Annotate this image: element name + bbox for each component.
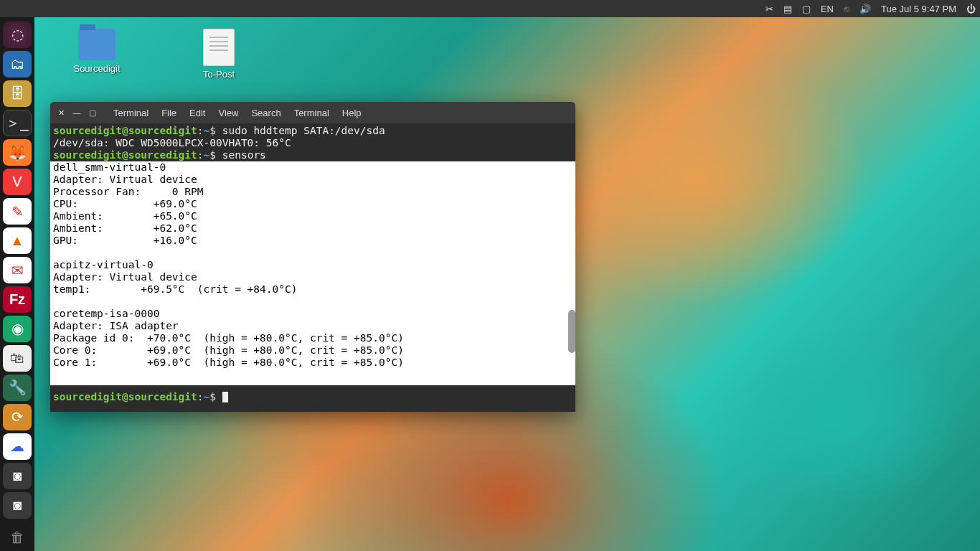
files-icon[interactable]: 🗂 (3, 51, 32, 77)
sensor-line: temp1: +69.5°C (crit = +84.0°C) (53, 283, 297, 295)
terminal-titlebar[interactable]: ✕ — ▢ Terminal File Edit View Search Ter… (50, 102, 575, 123)
command-1: sudo hddtemp SATA:/dev/sda (222, 125, 385, 136)
sync-icon[interactable]: ⟳ (3, 404, 32, 430)
settings-icon[interactable]: 🔧 (3, 375, 32, 401)
scissors-icon[interactable]: ✂ (765, 4, 773, 14)
sensor-line: CPU: +69.0°C (53, 198, 197, 209)
menu-search[interactable]: Search (248, 108, 283, 118)
terminal-menubar: Terminal File Edit View Search Terminal … (110, 108, 364, 118)
prompt-user: sourcedigit@sourcedigit (53, 125, 197, 136)
keyboard-lang-indicator[interactable]: EN (821, 4, 834, 14)
sensor-adapter: Adapter: Virtual device (53, 174, 197, 185)
desktop-icon-label: Sourcedigit (73, 63, 120, 74)
prompt-path: ~ (204, 149, 210, 161)
scrollbar-thumb[interactable] (568, 310, 575, 353)
sensor-block-name: coretemp-isa-0000 (53, 308, 159, 319)
menu-file[interactable]: File (159, 108, 179, 118)
maximize-icon[interactable]: ▢ (88, 108, 98, 118)
launcher-dock: ◌ 🗂 🗄 ＞_ 🦊 V ✎ ▲ ✉ Fz ◉ 🛍 🔧 ⟳ ☁ ◙ ◙ 🗑 (0, 17, 34, 551)
sensor-block-name: acpitz-virtual-0 (53, 259, 154, 270)
menu-terminal2[interactable]: Terminal (291, 108, 332, 118)
shutter-icon[interactable]: ◉ (3, 316, 32, 342)
prompt-user: sourcedigit@sourcedigit (53, 391, 197, 402)
sensor-line: Package id 0: +70.0°C (high = +80.0°C, c… (53, 332, 404, 344)
desktop-file-to-post[interactable]: To-Post (187, 29, 251, 80)
menu-terminal[interactable]: Terminal (110, 108, 151, 118)
sensor-adapter: Adapter: Virtual device (53, 271, 197, 283)
notes-icon[interactable]: ▤ (783, 4, 792, 14)
menu-view[interactable]: View (215, 108, 241, 118)
firefox-icon[interactable]: 🦊 (3, 139, 32, 166)
sensor-block-name: dell_smm-virtual-0 (53, 161, 166, 173)
software-icon[interactable]: 🛍 (3, 345, 32, 372)
terminal-launcher-icon[interactable]: ＞_ (3, 110, 32, 136)
vivaldi-icon[interactable]: V (3, 169, 32, 195)
terminal-scrollbar[interactable] (568, 123, 575, 385)
prompt-user: sourcedigit@sourcedigit (53, 149, 197, 161)
folder-icon (78, 29, 116, 60)
vlc-icon[interactable]: ▲ (3, 227, 32, 254)
screen-icon[interactable]: ▢ (802, 4, 811, 14)
desktop-icons-area: Sourcedigit To-Post (65, 29, 251, 80)
mail-icon[interactable]: ✉ (3, 257, 32, 283)
menu-edit[interactable]: Edit (187, 108, 208, 118)
prompt-symbol: $ (209, 391, 216, 402)
terminal-output[interactable]: sourcedigit@sourcedigit:~$ sudo hddtemp … (50, 123, 575, 385)
minimize-icon[interactable]: — (72, 108, 82, 118)
ubuntu-dash-icon[interactable]: ◌ (3, 22, 32, 48)
sensor-line: Ambient: +62.0°C (53, 222, 197, 234)
app-icon-3[interactable]: ◙ (3, 492, 32, 519)
power-icon[interactable]: ⏻ (966, 4, 976, 14)
desktop-icon-label: To-Post (203, 69, 235, 80)
top-menu-bar: ✂ ▤ ▢ EN ⎋ 🔊 Tue Jul 5 9:47 PM ⏻ (0, 0, 980, 17)
output-line: /dev/sda: WDC WD5000LPCX-00VHAT0: 56°C (53, 137, 291, 149)
app-icon-1[interactable]: ☁ (3, 433, 32, 460)
prompt-path: ~ (204, 125, 210, 136)
sensor-line: Core 1: +69.0°C (high = +80.0°C, crit = … (53, 357, 404, 368)
terminal-cursor (222, 392, 228, 402)
menu-help[interactable]: Help (339, 108, 364, 118)
app-icon-2[interactable]: ◙ (3, 463, 32, 489)
close-icon[interactable]: ✕ (56, 108, 66, 118)
terminal-window: ✕ — ▢ Terminal File Edit View Search Ter… (50, 102, 575, 412)
file-icon (203, 29, 235, 66)
sensor-line: Processor Fan: 0 RPM (53, 186, 204, 197)
sensor-adapter: Adapter: ISA adapter (53, 320, 179, 331)
command-2: sensors (222, 149, 266, 161)
sensor-line: Core 0: +69.0°C (high = +80.0°C, crit = … (53, 344, 404, 356)
prompt-symbol: $ (209, 149, 216, 161)
sensor-line: Ambient: +65.0°C (53, 210, 197, 222)
disk-icon[interactable]: 🗄 (3, 80, 32, 107)
desktop-folder-sourcedigit[interactable]: Sourcedigit (65, 29, 129, 80)
editor-icon[interactable]: ✎ (3, 198, 32, 225)
trash-icon[interactable]: 🗑 (3, 524, 32, 551)
volume-icon[interactable]: 🔊 (859, 4, 871, 14)
filezilla-icon[interactable]: Fz (3, 286, 32, 313)
sensor-line: GPU: +16.0°C (53, 235, 197, 246)
clock-text[interactable]: Tue Jul 5 9:47 PM (881, 4, 956, 14)
prompt-path: ~ (204, 391, 210, 402)
bluetooth-icon[interactable]: ⎋ (844, 4, 849, 14)
terminal-prompt-current[interactable]: sourcedigit@sourcedigit:~$ (50, 385, 575, 412)
prompt-symbol: $ (209, 125, 216, 136)
